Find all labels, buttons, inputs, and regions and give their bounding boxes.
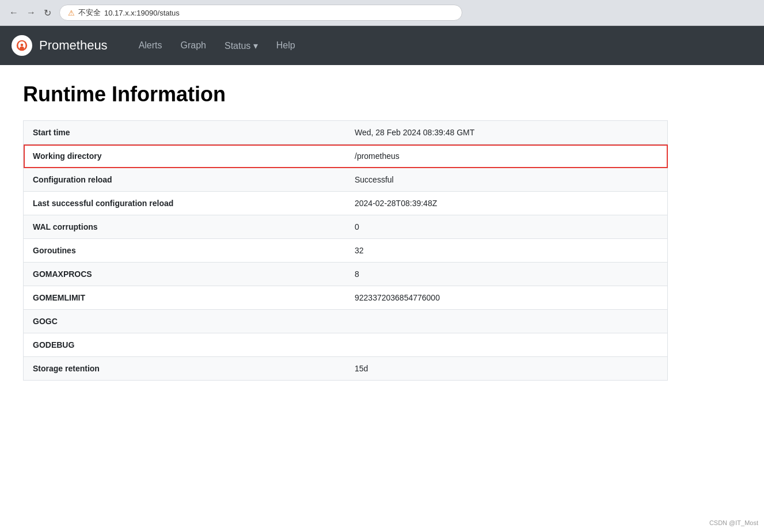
main-content: Runtime Information Start timeWed, 28 Fe… — [0, 65, 691, 398]
row-key: Goroutines — [24, 239, 346, 263]
table-row: GOMEMLIMIT9223372036854776000 — [24, 286, 668, 310]
security-warning-text: 不安全 — [78, 7, 101, 18]
row-key: Configuration reload — [24, 168, 346, 192]
nav-item-help[interactable]: Help — [268, 36, 303, 55]
row-key: GODEBUG — [24, 333, 346, 357]
navbar: Prometheus Alerts Graph Status ▾ Help — [0, 26, 764, 65]
table-row: GOGC — [24, 310, 668, 333]
table-row: Storage retention15d — [24, 357, 668, 381]
row-key: Last successful configuration reload — [24, 192, 346, 215]
row-value: 0 — [345, 215, 668, 239]
reload-button[interactable]: ↻ — [41, 6, 54, 20]
url-text: 10.17.x.x:19090/status — [104, 9, 180, 17]
table-row: Configuration reloadSuccessful — [24, 168, 668, 192]
row-value: Wed, 28 Feb 2024 08:39:48 GMT — [345, 121, 668, 145]
table-row: Start timeWed, 28 Feb 2024 08:39:48 GMT — [24, 121, 668, 145]
row-value: 9223372036854776000 — [345, 286, 668, 310]
nav-item-status[interactable]: Status ▾ — [216, 36, 266, 56]
table-row: Goroutines32 — [24, 239, 668, 263]
navbar-brand[interactable]: Prometheus — [12, 35, 108, 56]
row-key: GOGC — [24, 310, 346, 333]
row-key: WAL corruptions — [24, 215, 346, 239]
table-row: Working directory/prometheus — [24, 145, 668, 168]
row-key: GOMAXPROCS — [24, 263, 346, 286]
page-title: Runtime Information — [23, 82, 668, 107]
back-button[interactable]: ← — [7, 6, 21, 19]
row-value: 32 — [345, 239, 668, 263]
table-row: GODEBUG — [24, 333, 668, 357]
nav-item-graph[interactable]: Graph — [173, 36, 214, 55]
nav-item-alerts[interactable]: Alerts — [131, 36, 170, 55]
security-warning-icon: ⚠ — [68, 9, 75, 17]
row-key: Storage retention — [24, 357, 346, 381]
table-row: GOMAXPROCS8 — [24, 263, 668, 286]
row-value — [345, 310, 668, 333]
row-key: Working directory — [24, 145, 346, 168]
browser-nav-buttons: ← → ↻ — [7, 6, 54, 20]
row-value: /prometheus — [345, 145, 668, 168]
brand-name: Prometheus — [39, 38, 108, 53]
row-key: GOMEMLIMIT — [24, 286, 346, 310]
row-value: 8 — [345, 263, 668, 286]
navbar-nav: Alerts Graph Status ▾ Help — [131, 36, 303, 56]
svg-point-1 — [21, 44, 24, 47]
table-row: Last successful configuration reload2024… — [24, 192, 668, 215]
row-value: Successful — [345, 168, 668, 192]
row-value: 15d — [345, 357, 668, 381]
runtime-info-table: Start timeWed, 28 Feb 2024 08:39:48 GMTW… — [23, 120, 668, 381]
table-row: WAL corruptions0 — [24, 215, 668, 239]
browser-chrome: ← → ↻ ⚠ 不安全 10.17.x.x:19090/status — [0, 0, 764, 26]
row-key: Start time — [24, 121, 346, 145]
prometheus-logo-icon — [12, 35, 32, 56]
row-value: 2024-02-28T08:39:48Z — [345, 192, 668, 215]
address-bar[interactable]: ⚠ 不安全 10.17.x.x:19090/status — [59, 5, 462, 21]
row-value — [345, 333, 668, 357]
forward-button[interactable]: → — [24, 6, 38, 19]
